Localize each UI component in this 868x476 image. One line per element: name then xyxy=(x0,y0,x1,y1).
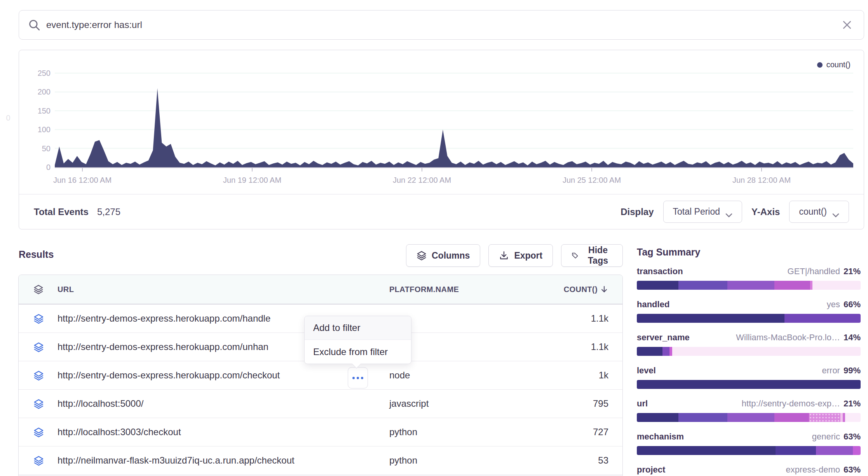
total-events-value: 5,275 xyxy=(97,206,120,217)
tag-distribution-bar[interactable] xyxy=(637,413,861,422)
search-input[interactable] xyxy=(46,19,841,30)
tag-bar-segment[interactable] xyxy=(662,347,669,356)
results-table: URL PLATFORM.NAME COUNT() http://sentry-… xyxy=(18,275,623,476)
tag-distribution-bar[interactable] xyxy=(637,446,861,455)
y-axis-dropdown-value: count() xyxy=(799,206,827,217)
legend-series-dot xyxy=(817,62,823,68)
hide-tags-button[interactable]: Hide Tags xyxy=(561,244,623,267)
tag-bar-segment[interactable] xyxy=(637,281,678,290)
export-button[interactable]: Export xyxy=(488,244,553,267)
svg-text:200: 200 xyxy=(38,88,51,96)
display-dropdown-value: Total Period xyxy=(673,206,720,217)
column-header-count[interactable]: COUNT() xyxy=(518,285,623,294)
tag-bar-segment[interactable] xyxy=(727,281,774,290)
cell-count[interactable]: 1.1k xyxy=(518,313,623,324)
tag-top-value: GET|/handled xyxy=(788,266,840,276)
tag-name: level xyxy=(637,366,656,376)
tag-row-mechanism: mechanismgeneric63% xyxy=(637,432,861,442)
tag-distribution-bar[interactable] xyxy=(637,380,861,389)
tag-bar-segment[interactable] xyxy=(637,413,678,422)
cell-url[interactable]: http://neilmanvar-flask-m3uuizd7iq-uc.a.… xyxy=(58,455,389,466)
tag-name: mechanism xyxy=(637,432,684,442)
tag-bar-segment[interactable] xyxy=(637,446,776,455)
tag-name: url xyxy=(637,399,648,409)
tag-row-server_name: server_nameWilliams-MacBook-Pro.lo…14% xyxy=(637,332,861,343)
tag-bar-segment[interactable] xyxy=(812,281,861,290)
svg-text:Jun 16 12:00 AM: Jun 16 12:00 AM xyxy=(53,176,112,184)
display-label: Display xyxy=(620,206,654,217)
table-header-row: URL PLATFORM.NAME COUNT() xyxy=(19,275,622,304)
tag-bar-segment[interactable] xyxy=(774,413,809,422)
tag-bar-segment[interactable] xyxy=(637,314,784,323)
menu-item-exclude-from-filter[interactable]: Exclude from filter xyxy=(305,340,411,364)
display-dropdown[interactable]: Total Period xyxy=(663,201,742,223)
layers-icon xyxy=(417,250,427,261)
table-row: http://sentry-demos-express.herokuapp.co… xyxy=(19,361,622,390)
sidebar-peek-artifact: 0 xyxy=(4,113,12,123)
tag-top-value: generic xyxy=(812,432,840,442)
cell-count[interactable]: 53 xyxy=(518,455,623,466)
tag-percentage: 21% xyxy=(844,266,861,276)
tag-bar-segment[interactable] xyxy=(678,413,728,422)
tag-top-value: express-demo xyxy=(786,465,840,475)
layers-icon xyxy=(33,455,44,466)
tag-name: handled xyxy=(637,299,669,310)
svg-text:50: 50 xyxy=(42,144,51,153)
tag-bar-segment[interactable] xyxy=(669,347,672,356)
search-bar[interactable] xyxy=(19,10,864,40)
tag-bar-segment[interactable] xyxy=(784,314,861,323)
tag-row-project: projectexpress-demo63% xyxy=(637,465,861,475)
tag-distribution-bar[interactable] xyxy=(637,347,861,356)
tag-bar-segment[interactable] xyxy=(774,281,810,290)
tag-name: transaction xyxy=(637,266,683,276)
tag-bar-segment[interactable] xyxy=(727,413,774,422)
column-header-platform[interactable]: PLATFORM.NAME xyxy=(389,285,518,294)
cell-url[interactable]: http://sentry-demos-express.herokuapp.co… xyxy=(58,370,389,381)
tag-percentage: 21% xyxy=(844,399,861,409)
tag-bar-segment[interactable] xyxy=(853,446,861,455)
download-icon xyxy=(499,250,509,261)
results-toolbar: Columns Export Hide Tags xyxy=(406,244,623,267)
cell-count[interactable]: 1k xyxy=(518,370,623,381)
menu-item-add-to-filter[interactable]: Add to filter xyxy=(305,316,411,340)
tag-top-value: http://sentry-demos-exp… xyxy=(742,399,840,409)
cell-count[interactable]: 795 xyxy=(518,398,623,409)
tag-bar-segment[interactable] xyxy=(637,380,861,389)
cell-platform[interactable]: python xyxy=(389,455,518,466)
table-row: http://neilmanvar-flask-m3uuizd7iq-uc.a.… xyxy=(19,446,622,475)
tag-bar-segment[interactable] xyxy=(776,446,816,455)
tag-bar-segment[interactable] xyxy=(845,413,861,422)
tag-bar-segment[interactable] xyxy=(672,347,861,356)
columns-button[interactable]: Columns xyxy=(406,244,480,267)
cell-actions-ellipsis-button[interactable] xyxy=(348,367,368,388)
cell-url[interactable]: http://localhost:3003/checkout xyxy=(58,427,389,438)
tag-distribution-bar[interactable] xyxy=(637,281,861,290)
tag-percentage: 63% xyxy=(844,432,861,442)
cell-platform[interactable]: node xyxy=(389,370,518,381)
cell-platform[interactable]: python xyxy=(389,427,518,438)
column-header-url[interactable]: URL xyxy=(58,285,389,294)
results-heading: Results xyxy=(19,249,54,260)
search-icon xyxy=(28,18,41,32)
tag-bar-segment[interactable] xyxy=(809,413,840,422)
svg-text:150: 150 xyxy=(38,107,51,115)
tag-bar-segment[interactable] xyxy=(678,281,728,290)
tag-bar-segment[interactable] xyxy=(637,347,662,356)
tag-bar-segment[interactable] xyxy=(816,446,853,455)
table-row: http://localhost:3003/checkoutpython727 xyxy=(19,418,622,446)
chevron-down-icon xyxy=(725,210,732,214)
cell-platform[interactable]: javascript xyxy=(389,398,518,409)
svg-text:Jun 25 12:00 AM: Jun 25 12:00 AM xyxy=(563,176,621,184)
y-axis-dropdown[interactable]: count() xyxy=(789,201,849,223)
close-icon[interactable] xyxy=(841,19,853,31)
cell-count[interactable]: 727 xyxy=(518,427,623,438)
svg-text:0: 0 xyxy=(46,163,51,172)
cell-count[interactable]: 1.1k xyxy=(518,341,623,352)
cell-context-menu: Add to filter Exclude from filter xyxy=(304,316,411,364)
cell-url[interactable]: http://localhost:5000/ xyxy=(58,398,389,409)
tag-distribution-bar[interactable] xyxy=(637,314,861,323)
total-events-label: Total Events xyxy=(34,206,89,217)
chart-legend[interactable]: count() xyxy=(817,60,851,69)
tag-summary-heading: Tag Summary xyxy=(637,247,700,258)
events-chart-panel: 050100150200250Jun 16 12:00 AMJun 19 12:… xyxy=(19,50,864,229)
